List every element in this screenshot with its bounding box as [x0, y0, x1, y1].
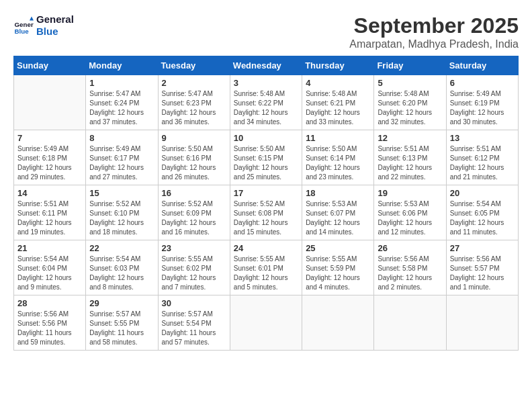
day-info: Sunrise: 5:49 AM Sunset: 6:18 PM Dayligh… — [17, 144, 82, 182]
svg-text:Blue: Blue — [15, 28, 30, 35]
calendar-cell: 21Sunrise: 5:54 AM Sunset: 6:04 PM Dayli… — [14, 240, 86, 295]
weekday-header-cell: Monday — [86, 56, 158, 75]
calendar-cell: 25Sunrise: 5:55 AM Sunset: 5:59 PM Dayli… — [302, 240, 374, 295]
calendar-cell — [446, 295, 518, 351]
day-number: 30 — [162, 298, 226, 308]
day-info: Sunrise: 5:49 AM Sunset: 6:19 PM Dayligh… — [450, 89, 515, 127]
day-number: 24 — [234, 243, 298, 253]
day-info: Sunrise: 5:48 AM Sunset: 6:20 PM Dayligh… — [378, 89, 442, 127]
day-number: 8 — [89, 133, 154, 143]
logo: General Blue General Blue — [13, 13, 74, 38]
day-info: Sunrise: 5:50 AM Sunset: 6:16 PM Dayligh… — [162, 144, 226, 182]
calendar-cell: 8Sunrise: 5:49 AM Sunset: 6:17 PM Daylig… — [86, 130, 158, 185]
calendar-cell: 6Sunrise: 5:49 AM Sunset: 6:19 PM Daylig… — [446, 75, 518, 130]
weekday-header-cell: Wednesday — [230, 56, 302, 75]
day-number: 10 — [234, 133, 298, 143]
calendar-cell: 11Sunrise: 5:50 AM Sunset: 6:14 PM Dayli… — [302, 130, 374, 185]
day-number: 29 — [89, 298, 154, 308]
weekday-header-cell: Tuesday — [158, 56, 230, 75]
day-number: 15 — [89, 188, 154, 198]
calendar-week-row: 21Sunrise: 5:54 AM Sunset: 6:04 PM Dayli… — [14, 240, 519, 295]
weekday-header-cell: Saturday — [446, 56, 518, 75]
day-info: Sunrise: 5:48 AM Sunset: 6:21 PM Dayligh… — [306, 89, 370, 127]
day-info: Sunrise: 5:54 AM Sunset: 6:05 PM Dayligh… — [450, 199, 515, 237]
day-info: Sunrise: 5:47 AM Sunset: 6:24 PM Dayligh… — [89, 89, 154, 127]
day-number: 11 — [306, 133, 370, 143]
calendar-cell: 29Sunrise: 5:57 AM Sunset: 5:55 PM Dayli… — [86, 295, 158, 351]
day-number: 13 — [450, 133, 515, 143]
day-number: 26 — [378, 243, 442, 253]
calendar-week-row: 28Sunrise: 5:56 AM Sunset: 5:56 PM Dayli… — [14, 295, 519, 351]
calendar-cell: 9Sunrise: 5:50 AM Sunset: 6:16 PM Daylig… — [158, 130, 230, 185]
day-info: Sunrise: 5:56 AM Sunset: 5:56 PM Dayligh… — [17, 310, 82, 347]
day-number: 14 — [17, 188, 82, 198]
month-title: September 2025 — [349, 13, 519, 38]
calendar-cell: 24Sunrise: 5:55 AM Sunset: 6:01 PM Dayli… — [230, 240, 302, 295]
day-info: Sunrise: 5:55 AM Sunset: 6:02 PM Dayligh… — [162, 255, 226, 292]
calendar-cell — [230, 295, 302, 351]
weekday-header-cell: Friday — [374, 56, 446, 75]
day-number: 20 — [450, 188, 515, 198]
day-info: Sunrise: 5:52 AM Sunset: 6:10 PM Dayligh… — [89, 199, 154, 237]
day-info: Sunrise: 5:51 AM Sunset: 6:13 PM Dayligh… — [378, 144, 442, 182]
title-section: September 2025 Amarpatan, Madhya Pradesh… — [349, 13, 519, 50]
calendar-cell: 5Sunrise: 5:48 AM Sunset: 6:20 PM Daylig… — [374, 75, 446, 130]
day-info: Sunrise: 5:51 AM Sunset: 6:11 PM Dayligh… — [17, 199, 82, 237]
day-number: 12 — [378, 133, 442, 143]
day-info: Sunrise: 5:57 AM Sunset: 5:55 PM Dayligh… — [89, 310, 154, 347]
day-info: Sunrise: 5:56 AM Sunset: 5:58 PM Dayligh… — [378, 255, 442, 292]
day-info: Sunrise: 5:49 AM Sunset: 6:17 PM Dayligh… — [89, 144, 154, 182]
day-number: 5 — [378, 78, 442, 88]
day-number: 21 — [17, 243, 82, 253]
calendar-cell: 12Sunrise: 5:51 AM Sunset: 6:13 PM Dayli… — [374, 130, 446, 185]
day-info: Sunrise: 5:53 AM Sunset: 6:06 PM Dayligh… — [378, 199, 442, 237]
day-info: Sunrise: 5:54 AM Sunset: 6:03 PM Dayligh… — [89, 255, 154, 292]
calendar: SundayMondayTuesdayWednesdayThursdayFrid… — [13, 56, 519, 351]
day-number: 4 — [306, 78, 370, 88]
day-info: Sunrise: 5:57 AM Sunset: 5:54 PM Dayligh… — [162, 310, 226, 347]
day-info: Sunrise: 5:52 AM Sunset: 6:08 PM Dayligh… — [234, 199, 298, 237]
day-info: Sunrise: 5:48 AM Sunset: 6:22 PM Dayligh… — [234, 89, 298, 127]
svg-text:General: General — [15, 21, 34, 28]
calendar-cell: 4Sunrise: 5:48 AM Sunset: 6:21 PM Daylig… — [302, 75, 374, 130]
day-info: Sunrise: 5:50 AM Sunset: 6:15 PM Dayligh… — [234, 144, 298, 182]
day-number: 16 — [162, 188, 226, 198]
calendar-cell: 10Sunrise: 5:50 AM Sunset: 6:15 PM Dayli… — [230, 130, 302, 185]
weekday-header-cell: Sunday — [14, 56, 86, 75]
calendar-cell: 18Sunrise: 5:53 AM Sunset: 6:07 PM Dayli… — [302, 185, 374, 240]
day-info: Sunrise: 5:54 AM Sunset: 6:04 PM Dayligh… — [17, 255, 82, 292]
calendar-cell — [302, 295, 374, 351]
calendar-header: SundayMondayTuesdayWednesdayThursdayFrid… — [14, 56, 519, 75]
calendar-body: 1Sunrise: 5:47 AM Sunset: 6:24 PM Daylig… — [14, 75, 519, 351]
calendar-cell: 15Sunrise: 5:52 AM Sunset: 6:10 PM Dayli… — [86, 185, 158, 240]
calendar-cell: 16Sunrise: 5:52 AM Sunset: 6:09 PM Dayli… — [158, 185, 230, 240]
day-info: Sunrise: 5:50 AM Sunset: 6:14 PM Dayligh… — [306, 144, 370, 182]
calendar-week-row: 7Sunrise: 5:49 AM Sunset: 6:18 PM Daylig… — [14, 130, 519, 185]
weekday-header-cell: Thursday — [302, 56, 374, 75]
day-number: 7 — [17, 133, 82, 143]
day-number: 27 — [450, 243, 515, 253]
calendar-cell: 23Sunrise: 5:55 AM Sunset: 6:02 PM Dayli… — [158, 240, 230, 295]
calendar-cell: 22Sunrise: 5:54 AM Sunset: 6:03 PM Dayli… — [86, 240, 158, 295]
day-info: Sunrise: 5:51 AM Sunset: 6:12 PM Dayligh… — [450, 144, 515, 182]
calendar-cell: 27Sunrise: 5:56 AM Sunset: 5:57 PM Dayli… — [446, 240, 518, 295]
day-info: Sunrise: 5:55 AM Sunset: 5:59 PM Dayligh… — [306, 255, 370, 292]
calendar-cell: 20Sunrise: 5:54 AM Sunset: 6:05 PM Dayli… — [446, 185, 518, 240]
calendar-cell — [14, 75, 86, 130]
calendar-cell: 7Sunrise: 5:49 AM Sunset: 6:18 PM Daylig… — [14, 130, 86, 185]
calendar-cell: 13Sunrise: 5:51 AM Sunset: 6:12 PM Dayli… — [446, 130, 518, 185]
day-number: 1 — [89, 78, 154, 88]
day-number: 22 — [89, 243, 154, 253]
calendar-cell: 14Sunrise: 5:51 AM Sunset: 6:11 PM Dayli… — [14, 185, 86, 240]
calendar-cell: 26Sunrise: 5:56 AM Sunset: 5:58 PM Dayli… — [374, 240, 446, 295]
day-number: 23 — [162, 243, 226, 253]
day-info: Sunrise: 5:52 AM Sunset: 6:09 PM Dayligh… — [162, 199, 226, 237]
calendar-cell: 28Sunrise: 5:56 AM Sunset: 5:56 PM Dayli… — [14, 295, 86, 351]
day-number: 3 — [234, 78, 298, 88]
logo-line2: Blue — [36, 26, 74, 38]
calendar-cell — [374, 295, 446, 351]
day-number: 19 — [378, 188, 442, 198]
day-number: 28 — [17, 298, 82, 308]
day-number: 9 — [162, 133, 226, 143]
calendar-cell: 17Sunrise: 5:52 AM Sunset: 6:08 PM Dayli… — [230, 185, 302, 240]
